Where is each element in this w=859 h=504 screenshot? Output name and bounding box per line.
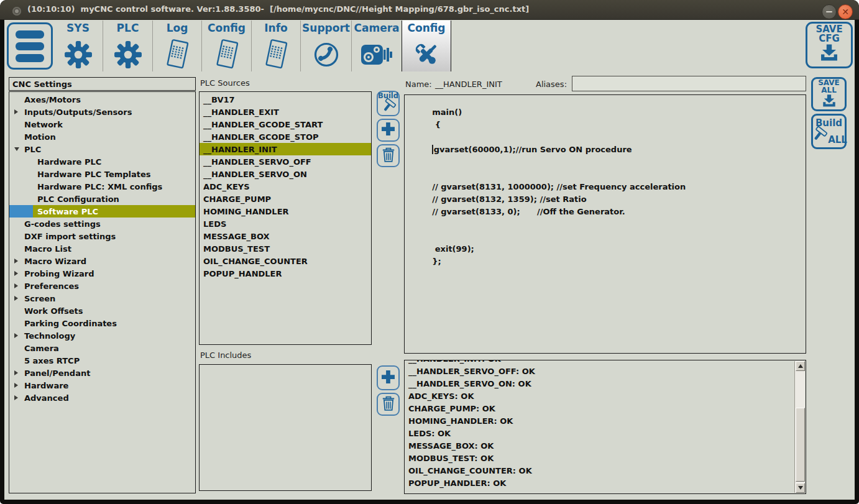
- plc-source-item[interactable]: __HANDLER_EXIT: [200, 106, 371, 118]
- plc-source-item[interactable]: __BV17: [200, 93, 371, 106]
- plc-source-item-label: LEDS: [203, 219, 226, 229]
- add-include-button[interactable]: [377, 365, 400, 390]
- tree-item-label: Hardware: [24, 381, 68, 390]
- tree-item[interactable]: DXF import settings: [9, 230, 195, 242]
- tree-item[interactable]: PLC Configuration: [9, 193, 195, 205]
- tree-item[interactable]: Camera: [9, 342, 195, 354]
- minimize-button[interactable]: [822, 4, 837, 19]
- plc-source-item[interactable]: MESSAGE_BOX: [200, 230, 371, 242]
- save-all-button[interactable]: SAVE ALL: [811, 77, 847, 111]
- code-line: {: [410, 111, 801, 123]
- plc-source-item-label: __HANDLER_SERVO_OFF: [203, 157, 311, 167]
- build-log-line: __HANDLER_SERVO_OFF: OK: [408, 365, 806, 377]
- plc-source-item[interactable]: __HANDLER_GCODE_START: [200, 118, 371, 131]
- save-all-label: SAVE: [818, 79, 840, 86]
- tree-item[interactable]: 5 axes RTCP: [9, 354, 195, 367]
- tree-item[interactable]: PLC: [9, 143, 195, 155]
- hammer-icon: [380, 98, 397, 116]
- plc-includes-list[interactable]: [199, 364, 372, 491]
- plc-source-item[interactable]: OIL_CHANGE_COUNTER: [200, 255, 371, 267]
- tree-item[interactable]: Hardware PLC: XML configs: [9, 180, 195, 193]
- build-source-button[interactable]: Build: [377, 91, 400, 116]
- delete-include-button[interactable]: [377, 393, 400, 416]
- code-line-text: exit(99);: [432, 244, 474, 254]
- save-cfg-button[interactable]: SAVE CFG: [806, 22, 853, 68]
- scroll-down-button[interactable]: [796, 483, 805, 493]
- tab-plc[interactable]: PLC: [103, 21, 153, 71]
- tree-item[interactable]: G-codes settings: [9, 218, 195, 230]
- add-source-button[interactable]: [377, 119, 400, 142]
- tab-log[interactable]: Log: [153, 21, 202, 71]
- tree-item[interactable]: Screen: [9, 292, 195, 305]
- main-menu-button[interactable]: [7, 22, 53, 70]
- tab-label: Config: [407, 22, 445, 38]
- build-log-line: MODBUS_TEST: OK: [408, 452, 806, 464]
- plc-source-item[interactable]: __HANDLER_SERVO_OFF: [200, 155, 371, 168]
- plus-icon: [380, 369, 397, 388]
- tree-item[interactable]: Technology: [9, 329, 195, 342]
- plc-source-item[interactable]: __HANDLER_INIT: [200, 143, 371, 155]
- expand-arrow-icon: [14, 333, 18, 338]
- tree-item[interactable]: Hardware PLC Templates: [9, 168, 195, 180]
- tree-item[interactable]: Panel/Pendant: [9, 367, 195, 379]
- tree-item[interactable]: Preferences: [9, 280, 195, 292]
- plc-source-item-label: __BV17: [203, 95, 235, 104]
- tree-item[interactable]: Probing Wizard: [9, 267, 195, 280]
- plc-source-item-label: CHARGE_PUMP: [203, 195, 271, 204]
- log-scrollbar[interactable]: [794, 361, 805, 493]
- plc-source-item-label: __HANDLER_GCODE_START: [203, 120, 323, 129]
- tree-item[interactable]: Macro Wizard: [9, 255, 195, 267]
- plc-source-item[interactable]: __HANDLER_GCODE_STOP: [200, 131, 371, 143]
- code-line: gvarset(60000,1);//run Servo ON procedur…: [410, 135, 801, 148]
- tree-item-label: 5 axes RTCP: [24, 356, 80, 365]
- tree-item[interactable]: Motion: [9, 131, 195, 143]
- code-line-text: gvarset(60000,1);//run Servo ON procedur…: [432, 145, 632, 154]
- tree-item[interactable]: Software PLC: [9, 205, 195, 218]
- build-log-panel: __HANDLER_INIT: OK __HANDLER_SERVO_OFF: …: [404, 360, 806, 494]
- delete-source-button[interactable]: [377, 144, 400, 167]
- plc-source-item-label: __HANDLER_EXIT: [203, 108, 279, 117]
- tab-label: SYS: [67, 22, 90, 38]
- tab-label: PLC: [117, 22, 139, 38]
- plc-source-item[interactable]: LEDS: [200, 218, 371, 230]
- build-log-line: CHARGE_PUMP: OK: [408, 402, 806, 415]
- build-all-button[interactable]: Build ALL: [811, 114, 847, 149]
- tree-item[interactable]: Hardware PLC: [9, 155, 195, 168]
- plc-source-item[interactable]: HOMING_HANDLER: [200, 205, 371, 218]
- tab-config-active[interactable]: Config: [402, 21, 451, 71]
- tree-item[interactable]: Axes/Motors: [9, 93, 195, 106]
- tree-item[interactable]: Macro List: [9, 242, 195, 255]
- tree-item[interactable]: Inputs/Outputs/Sensors: [9, 106, 195, 118]
- plc-source-item[interactable]: CHARGE_PUMP: [200, 193, 371, 205]
- tree-item-label: Technology: [24, 331, 75, 341]
- expand-arrow-icon: [14, 271, 18, 276]
- tree-item[interactable]: Advanced: [9, 392, 195, 404]
- tab-support[interactable]: Support: [301, 21, 352, 71]
- expand-arrow-icon: [14, 395, 18, 400]
- tree-item[interactable]: Hardware: [9, 379, 195, 392]
- plc-source-item[interactable]: MODBUS_TEST: [200, 242, 371, 255]
- code-line: main(): [410, 98, 801, 111]
- expand-arrow-icon: [14, 296, 18, 301]
- plc-source-item[interactable]: ADC_KEYS: [200, 180, 371, 193]
- tab-config-doc[interactable]: Config: [202, 21, 252, 71]
- tree-item-label: Preferences: [24, 282, 79, 291]
- titlebar: (10:10:10) myCNC control software. Ver:1…: [0, 0, 859, 20]
- plc-source-item[interactable]: __HANDLER_SERVO_ON: [200, 168, 371, 180]
- tree-item-label: Parking Coordinates: [24, 319, 117, 328]
- plc-source-item-label: MESSAGE_BOX: [203, 232, 270, 241]
- tab-camera[interactable]: Camera: [352, 21, 402, 71]
- plc-code-editor[interactable]: main() { gvarset(60000,1);//run Servo ON…: [404, 94, 806, 354]
- scrollbar-thumb[interactable]: [796, 408, 805, 482]
- scroll-up-button[interactable]: [796, 361, 805, 371]
- tab-info[interactable]: Info: [252, 21, 301, 71]
- aliases-input[interactable]: [572, 76, 806, 91]
- close-button[interactable]: ✕: [838, 4, 853, 19]
- trash-icon: [381, 395, 396, 414]
- tab-sys[interactable]: SYS: [53, 21, 103, 71]
- tree-item[interactable]: Parking Coordinates: [9, 317, 195, 329]
- tree-item-label: Probing Wizard: [24, 269, 94, 278]
- tree-item[interactable]: Work Offsets: [9, 305, 195, 317]
- plc-source-item[interactable]: POPUP_HANDLER: [200, 267, 371, 280]
- tree-item[interactable]: Network: [9, 118, 195, 131]
